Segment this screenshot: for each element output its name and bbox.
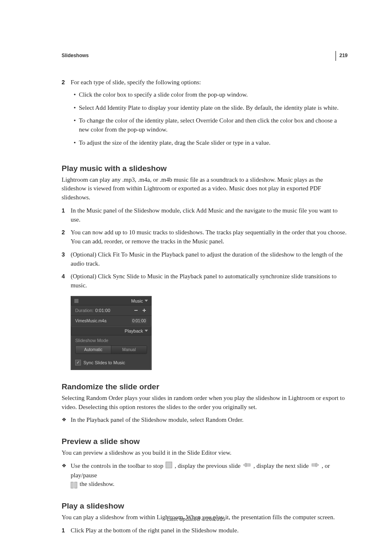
footer-last-updated: Last updated 4/20/2015 — [0, 516, 392, 522]
diamond-text: Use the controls in the toolbar to stop … — [71, 462, 347, 489]
sub-bullet-item: • Select Add Identity Plate to display y… — [71, 104, 347, 113]
text-segment: , display the previous slide — [175, 462, 242, 469]
page: 219 Slideshows 2 For each type of slide,… — [0, 0, 392, 555]
previous-slide-icon — [243, 462, 251, 471]
heading-play-slideshow: Play a slideshow — [62, 502, 347, 511]
bullet-mark: • — [71, 116, 79, 134]
track-row[interactable]: VimesMusic.m4a 0:01:00 — [71, 316, 151, 326]
text-segment: Use the controls in the toolbar to stop — [71, 462, 165, 469]
bullet-mark: • — [71, 104, 79, 113]
step-body: You can now add up to 10 music tracks to… — [71, 228, 347, 246]
slideshow-mode-row: Slideshow Mode — [71, 335, 151, 343]
svg-rect-5 — [312, 464, 316, 466]
chevron-down-icon[interactable] — [145, 300, 148, 302]
step-body: (Optional) Click Sync Slide to Music in … — [71, 272, 347, 290]
diamond-text: In the Playback panel of the Slideshow m… — [71, 416, 347, 425]
mode-automatic[interactable]: Automatic — [76, 346, 111, 354]
duration-value: 0:01:00 — [95, 308, 111, 313]
text-segment: , display the next slide — [254, 462, 310, 469]
stop-icon — [166, 462, 172, 471]
remove-track-button[interactable] — [133, 308, 139, 313]
step-number: 3 — [62, 250, 71, 268]
svg-rect-0 — [134, 310, 138, 311]
step-number: 1 — [62, 526, 71, 535]
mode-manual[interactable]: Manual — [111, 346, 147, 354]
step-number: 4 — [62, 272, 71, 290]
step-item: 2 You can now add up to 10 music tracks … — [62, 228, 347, 246]
step-list: 2 For each type of slide, specify the fo… — [62, 78, 347, 152]
playback-title: Playback — [125, 328, 143, 333]
duration-row: Duration: 0:01:00 — [71, 305, 151, 316]
step-item: 4 (Optional) Click Sync Slide to Music i… — [62, 272, 347, 290]
step-lead: For each type of slide, specify the foll… — [71, 79, 201, 86]
sub-bullet-item: • To change the color of the identity pl… — [71, 116, 347, 134]
bullet-text: Select Add Identity Plate to display you… — [79, 104, 347, 113]
bullet-text: To adjust the size of the identity plate… — [79, 139, 347, 148]
sub-bullet-item: • Click the color box to specify a slide… — [71, 90, 347, 99]
slideshow-mode-label: Slideshow Mode — [75, 338, 108, 343]
step-item: 1 In the Music panel of the Slideshow mo… — [62, 206, 347, 224]
step-number: 1 — [62, 206, 71, 224]
svg-rect-2 — [143, 310, 146, 311]
step-item: 3 (Optional) Click Fit To Music in the P… — [62, 250, 347, 268]
svg-marker-6 — [316, 463, 319, 467]
panel: Music Duration: 0:01:00 VimesMusic.m4a 0… — [71, 296, 152, 370]
music-section-header[interactable]: Music — [71, 296, 151, 305]
step-body: In the Music panel of the Slideshow modu… — [71, 206, 347, 224]
page-number: 219 — [335, 51, 348, 61]
chevron-down-icon[interactable] — [145, 330, 148, 332]
heading-play-music: Play music with a slideshow — [62, 164, 347, 173]
step-number: 2 — [62, 78, 71, 152]
step-body: Click Play at the bottom of the right pa… — [71, 526, 347, 535]
svg-marker-3 — [243, 463, 246, 467]
diamond-mark: ❖ — [62, 416, 71, 425]
track-duration: 0:01:00 — [131, 318, 147, 324]
panel-toggle-icon[interactable] — [74, 299, 78, 303]
bullet-text: To change the color of the identity plat… — [79, 116, 347, 134]
track-name: VimesMusic.m4a — [75, 319, 131, 323]
next-slide-icon — [311, 462, 319, 471]
add-track-button[interactable] — [141, 308, 147, 313]
diamond-mark: ❖ — [62, 462, 71, 489]
paragraph: You can preview a slideshow as you build… — [62, 449, 347, 458]
checkbox-checked-icon[interactable]: ✓ — [75, 360, 81, 365]
bullet-mark: • — [71, 90, 79, 99]
music-playback-panel: Music Duration: 0:01:00 VimesMusic.m4a 0… — [71, 296, 152, 370]
music-title: Music — [131, 298, 143, 303]
step-body: (Optional) Click Fit To Music in the Pla… — [71, 250, 347, 268]
step-item: 2 For each type of slide, specify the fo… — [62, 78, 347, 152]
running-header: Slideshows — [62, 53, 347, 58]
bullet-text: Click the color box to specify a slide c… — [79, 90, 347, 99]
step-list: 1 In the Music panel of the Slideshow mo… — [62, 206, 347, 290]
paragraph: Selecting Random Order plays your slides… — [62, 394, 347, 412]
step-list: 1 Click Play at the bottom of the right … — [62, 526, 347, 535]
sub-bullet-item: • To adjust the size of the identity pla… — [71, 139, 347, 148]
slideshow-mode-toggle[interactable]: Automatic Manual — [75, 345, 147, 354]
step-item: 1 Click Play at the bottom of the right … — [62, 526, 347, 535]
sync-row[interactable]: ✓ Sync Slides to Music — [71, 357, 151, 370]
step-number: 2 — [62, 228, 71, 246]
heading-preview: Preview a slide show — [62, 437, 347, 446]
playback-section-header[interactable]: Playback — [71, 326, 151, 335]
svg-rect-4 — [246, 464, 250, 466]
text-segment: the slideshow. — [80, 481, 115, 487]
diamond-item: ❖ Use the controls in the toolbar to sto… — [62, 462, 347, 489]
heading-randomize: Randomize the slide order — [62, 382, 347, 391]
duration-label: Duration: — [75, 308, 94, 313]
sync-label: Sync Slides to Music — [83, 360, 125, 365]
play-pause-icon — [71, 480, 77, 489]
sub-bullet-list: • Click the color box to specify a slide… — [71, 90, 347, 148]
diamond-item: ❖ In the Playback panel of the Slideshow… — [62, 416, 347, 425]
paragraph: Lightroom can play any .mp3, .m4a, or .m… — [62, 176, 347, 202]
bullet-mark: • — [71, 139, 79, 148]
step-body: For each type of slide, specify the foll… — [71, 78, 347, 152]
